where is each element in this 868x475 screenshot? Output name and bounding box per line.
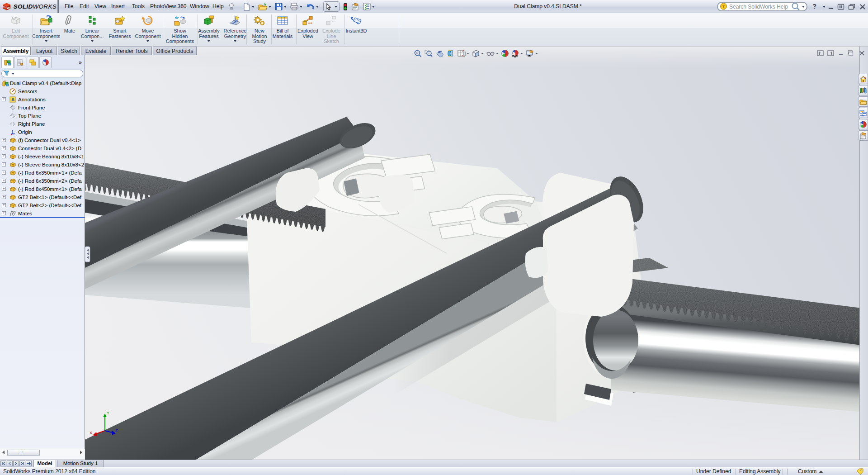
svg-text:X: X [90, 431, 92, 435]
svg-text:Z: Z [115, 428, 118, 433]
svg-text:W: W [7, 6, 10, 10]
svg-text:A: A [11, 97, 14, 102]
svg-text:S: S [3, 5, 5, 9]
svg-text:Y: Y [107, 411, 109, 415]
svg-text:?: ? [722, 4, 725, 9]
